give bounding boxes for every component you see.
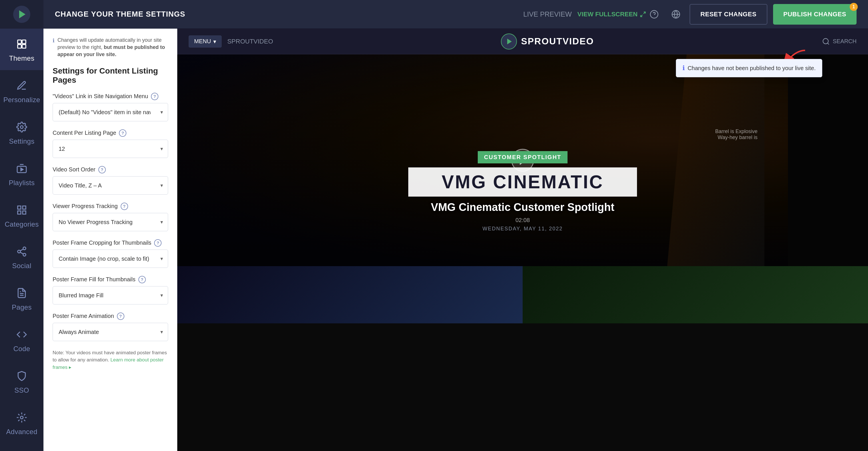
sso-icon: [14, 369, 29, 384]
setting-label-row-5: Poster Frame Cropping for Thumbnails ?: [53, 239, 168, 247]
svg-point-7: [18, 250, 21, 253]
select-videos-link[interactable]: (Default) No "Videos" item in site navSh…: [53, 103, 168, 121]
menu-chevron-icon: ▾: [213, 38, 216, 45]
publish-wrapper: PUBLISH CHANGES 1: [773, 4, 857, 25]
svg-point-6: [23, 247, 26, 250]
info-icon: ℹ: [53, 37, 55, 44]
notification-badge: 1: [850, 3, 858, 11]
sidebar-item-social[interactable]: Social: [0, 236, 43, 278]
top-bar-right: RESET CHANGES PUBLISH CHANGES 1: [646, 4, 857, 25]
main-content: CHANGE YOUR THEME SETTINGS LIVE PREVIEW …: [43, 0, 868, 451]
sidebar-item-label-sso: SSO: [14, 386, 29, 394]
svg-point-8: [23, 253, 26, 256]
social-icon: [14, 244, 29, 259]
setting-label-videos-link: "Videos" Link in Site Navigation Menu: [53, 93, 148, 100]
sidebar-item-label-advanced: Advanced: [6, 428, 37, 436]
sidebar-item-pages[interactable]: Pages: [0, 278, 43, 319]
help-icon-content-per-page[interactable]: ?: [119, 129, 126, 137]
sidebar-item-label-code: Code: [13, 345, 30, 353]
help-icon-video-sort[interactable]: ?: [98, 166, 106, 173]
sidebar-item-label-themes: Themes: [9, 54, 35, 62]
sidebar-item-label-settings: Settings: [9, 137, 34, 145]
svg-rect-3: [22, 44, 26, 48]
fullscreen-icon: [640, 11, 646, 18]
setting-label-row-4: Viewer Progress Tracking ?: [53, 203, 168, 210]
sidebar-item-settings[interactable]: Settings: [0, 112, 43, 153]
globe-icon: [671, 10, 680, 19]
svg-point-13: [20, 416, 23, 419]
logo-play-icon: [19, 10, 26, 18]
setting-label-row-2: Content Per Listing Page ?: [53, 129, 168, 137]
sidebar-logo[interactable]: [0, 0, 43, 29]
advanced-icon: [14, 410, 29, 425]
setting-label-viewer-progress: Viewer Progress Tracking: [53, 203, 118, 209]
help-icon-viewer-progress[interactable]: ?: [121, 203, 128, 210]
hero-date: WEDNESDAY, MAY 11, 2022: [408, 226, 637, 232]
select-poster-animation[interactable]: Always AnimateAnimate on HoverNo Animati…: [53, 323, 168, 341]
preview-area: MENU ▾ SPROUTVIDEO SPROUTVIDEO: [177, 29, 868, 451]
help-button[interactable]: [646, 6, 662, 22]
search-icon: [822, 37, 830, 46]
section-title: Settings for Content Listing Pages: [53, 66, 168, 85]
preview-logo-text: SPROUTVIDEO: [521, 36, 594, 47]
setting-label-poster-fill: Poster Frame Fill for Thumbnails: [53, 276, 135, 283]
hero-video-title: VMG Cinematic Customer Spotlight: [408, 201, 637, 214]
sidebar-item-personalize[interactable]: Personalize: [0, 70, 43, 112]
sidebar-item-playlists[interactable]: Playlists: [0, 153, 43, 195]
page-title: CHANGE YOUR THEME SETTINGS: [55, 10, 523, 19]
view-fullscreen-button[interactable]: VIEW FULLSCREEN: [578, 10, 646, 18]
select-poster-fill[interactable]: Blurred Image FillSolid Color FillNo Fil…: [53, 286, 168, 305]
setting-row-video-sort: Video Sort Order ? Video Title, A – ZVid…: [53, 166, 168, 195]
select-video-sort[interactable]: Video Title, A – ZVideo Title, Z – ADate…: [53, 176, 168, 195]
globe-button[interactable]: [668, 6, 684, 22]
setting-row-poster-crop: Poster Frame Cropping for Thumbnails ? C…: [53, 239, 168, 268]
notification-tooltip: ℹ Changes have not been published to you…: [676, 59, 822, 77]
sidebar-item-label-personalize: Personalize: [3, 96, 40, 104]
svg-rect-0: [18, 40, 22, 44]
publish-changes-button[interactable]: PUBLISH CHANGES: [773, 4, 857, 25]
setting-row-poster-fill: Poster Frame Fill for Thumbnails ? Blurr…: [53, 276, 168, 305]
svg-line-19: [828, 43, 829, 44]
help-icon-videos-link[interactable]: ?: [151, 93, 158, 100]
select-wrapper-videos-link: (Default) No "Videos" item in site navSh…: [53, 103, 168, 121]
view-fullscreen-label: VIEW FULLSCREEN: [578, 10, 638, 18]
help-icon-poster-crop[interactable]: ?: [154, 239, 161, 247]
preview-thumbnails: [177, 266, 868, 323]
top-bar: CHANGE YOUR THEME SETTINGS LIVE PREVIEW …: [43, 0, 868, 29]
preview-logo-circle: [501, 33, 517, 50]
help-icon-poster-fill[interactable]: ?: [138, 276, 146, 283]
sidebar-item-code[interactable]: Code: [0, 319, 43, 361]
setting-label-row-7: Poster Frame Animation ?: [53, 312, 168, 320]
preview-menu-button[interactable]: MENU ▾: [189, 35, 222, 48]
reset-changes-button[interactable]: RESET CHANGES: [690, 4, 767, 25]
hero-spotlight-badge: CUSTOMER SPOTLIGHT: [478, 151, 567, 163]
sidebar-item-categories[interactable]: Categories: [0, 195, 43, 236]
svg-point-18: [823, 38, 828, 44]
sidebar-item-sso[interactable]: SSO: [0, 361, 43, 402]
select-poster-crop[interactable]: Contain Image (no crop, scale to fit)Cov…: [53, 250, 168, 268]
setting-label-content-per-page: Content Per Listing Page: [53, 130, 116, 136]
sidebar-item-label-social: Social: [12, 262, 31, 270]
svg-rect-2: [18, 44, 22, 48]
select-wrapper-content-per-page: 6122448 ▾: [53, 140, 168, 158]
hero-content: CUSTOMER SPOTLIGHT VMG CINEMATIC VMG Cin…: [408, 151, 637, 232]
settings-icon: [14, 120, 29, 135]
sidebar-item-advanced[interactable]: Advanced: [0, 402, 43, 444]
thumbnail-item-1: [177, 266, 523, 323]
help-icon-poster-animation[interactable]: ?: [117, 312, 124, 320]
search-label: SEARCH: [833, 38, 857, 45]
settings-panel: ℹ Changes will update automatically in y…: [43, 29, 177, 451]
setting-row-content-per-page: Content Per Listing Page ? 6122448 ▾: [53, 129, 168, 158]
pages-icon: [14, 286, 29, 301]
sidebar-item-label-pages: Pages: [12, 303, 32, 311]
setting-row-viewer-progress: Viewer Progress Tracking ? No Viewer Pro…: [53, 203, 168, 231]
svg-line-9: [20, 252, 24, 254]
svg-line-10: [20, 249, 24, 251]
select-content-per-page[interactable]: 6122448: [53, 140, 168, 158]
playlists-icon: [14, 161, 29, 176]
info-banner: ℹ Changes will update automatically in y…: [53, 37, 168, 58]
side-text-line1: Barrel is Explosive: [715, 129, 757, 135]
select-viewer-progress[interactable]: No Viewer Progress TrackingTrack Viewer …: [53, 213, 168, 231]
note-text: Note: Your videos must have animated pos…: [53, 349, 168, 371]
sidebar-item-themes[interactable]: Themes: [0, 29, 43, 70]
